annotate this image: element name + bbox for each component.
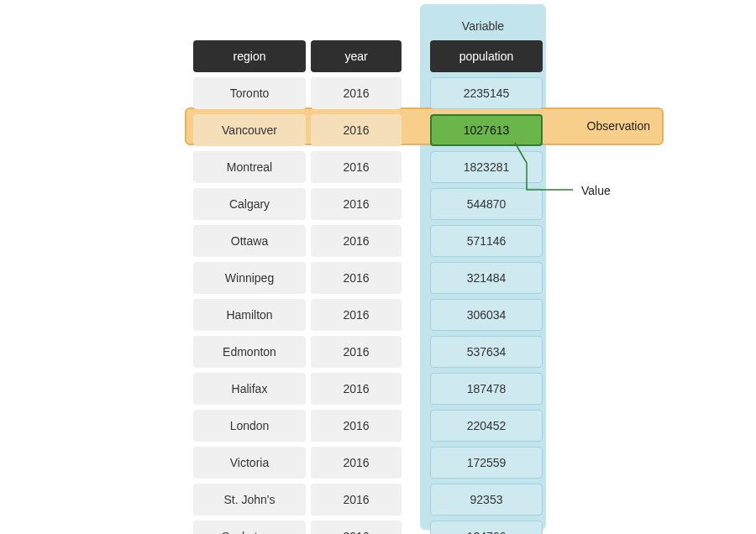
value-callout-line — [0, 0, 756, 534]
diagram-stage: Variable Observation region year populat… — [0, 0, 756, 534]
